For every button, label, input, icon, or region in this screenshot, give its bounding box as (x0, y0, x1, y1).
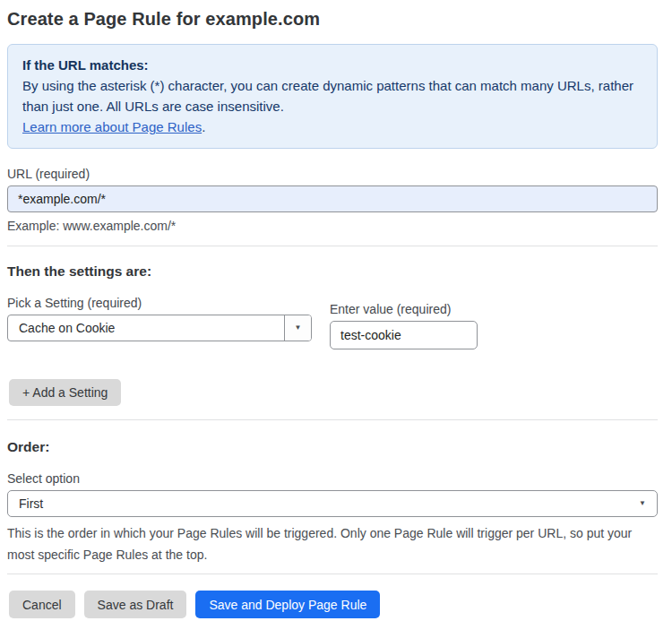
setting-value-column: Enter value (required) (330, 302, 478, 349)
save-and-deploy-button[interactable]: Save and Deploy Page Rule (195, 591, 380, 618)
url-input[interactable] (7, 185, 658, 212)
setting-select-arrow-button[interactable]: ▼ (284, 315, 311, 341)
learn-more-link[interactable]: Learn more about Page Rules (22, 119, 202, 134)
page-title: Create a Page Rule for example.com (7, 9, 658, 30)
setting-value-input[interactable] (330, 321, 478, 349)
divider (7, 246, 658, 246)
order-section-heading: Order: (7, 439, 658, 455)
setting-select-value: Cache on Cookie (8, 321, 284, 335)
setting-picker-label: Pick a Setting (required) (7, 296, 312, 310)
url-matches-info-box: If the URL matches: By using the asteris… (7, 44, 658, 149)
order-select[interactable]: First ▼ (7, 490, 658, 517)
url-example-helper: Example: www.example.com/* (7, 219, 658, 233)
create-page-rule-panel: Create a Page Rule for example.com If th… (0, 0, 672, 621)
info-box-heading: If the URL matches: (22, 55, 642, 75)
footer-button-row: Cancel Save as Draft Save and Deploy Pag… (9, 591, 658, 618)
settings-section-heading: Then the settings are: (7, 263, 658, 280)
order-select-value: First (19, 496, 43, 511)
link-suffix: . (202, 119, 205, 134)
info-box-link-line: Learn more about Page Rules. (22, 116, 642, 137)
url-field-label: URL (required) (7, 167, 658, 181)
divider (7, 574, 658, 574)
info-box-body: By using the asterisk (*) character, you… (22, 75, 642, 116)
chevron-down-icon: ▼ (295, 324, 302, 332)
cancel-button[interactable]: Cancel (9, 591, 75, 618)
setting-select[interactable]: Cache on Cookie ▼ (7, 315, 312, 341)
divider (7, 419, 658, 420)
setting-picker-column: Pick a Setting (required) Cache on Cooki… (7, 296, 312, 341)
add-setting-button[interactable]: + Add a Setting (9, 379, 121, 406)
settings-row: Pick a Setting (required) Cache on Cooki… (7, 296, 658, 349)
save-as-draft-button[interactable]: Save as Draft (84, 591, 187, 618)
order-helper-text: This is the order in which your Page Rul… (7, 522, 652, 565)
order-select-label: Select option (7, 471, 658, 486)
chevron-down-icon: ▼ (639, 500, 646, 507)
value-field-label: Enter value (required) (330, 302, 478, 316)
